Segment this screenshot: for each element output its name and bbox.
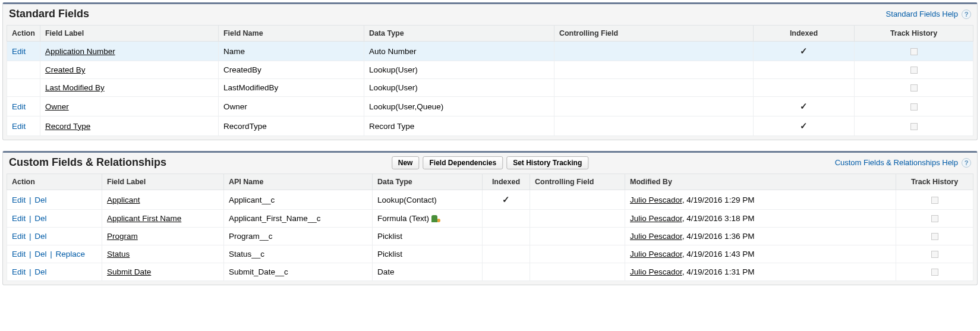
col-data-type: Data Type bbox=[364, 26, 554, 42]
cell-indexed bbox=[483, 263, 530, 281]
check-icon: ✓ bbox=[800, 101, 808, 112]
cell-action: Edit bbox=[7, 42, 40, 61]
cell-api-name: Applicant_First_Name__c bbox=[224, 210, 373, 228]
check-icon: ✓ bbox=[800, 46, 808, 56]
formula-icon bbox=[431, 215, 440, 222]
table-row: EditRecord TypeRecordTypeRecord Type✓ bbox=[7, 116, 973, 136]
cell-field-name: LastModifiedBy bbox=[218, 79, 364, 97]
field-label-link[interactable]: Program bbox=[107, 232, 138, 241]
field-label-link[interactable]: Record Type bbox=[45, 122, 90, 131]
table-row: Created ByCreatedByLookup(User) bbox=[7, 61, 973, 79]
data-type-text: Date bbox=[377, 267, 395, 276]
modified-by-link[interactable]: Julio Pescador bbox=[630, 267, 682, 276]
modified-by-link[interactable]: Julio Pescador bbox=[630, 214, 682, 223]
cell-modified-by: Julio Pescador, 4/19/2016 1:31 PM bbox=[625, 263, 896, 281]
modified-by-link[interactable]: Julio Pescador bbox=[630, 196, 682, 204]
cell-data-type: Auto Number bbox=[364, 42, 554, 61]
modified-by-link[interactable]: Julio Pescador bbox=[630, 232, 682, 241]
modified-date: , 4/19/2016 1:31 PM bbox=[682, 267, 755, 276]
cell-api-name: Applicant__c bbox=[224, 190, 373, 210]
cell-field-name: CreatedBy bbox=[218, 61, 364, 79]
checkbox-disabled bbox=[910, 103, 918, 111]
cell-action: Edit | Del bbox=[7, 190, 102, 210]
cell-indexed bbox=[483, 228, 530, 245]
checkbox-disabled bbox=[931, 269, 938, 276]
cell-data-type: Lookup(User) bbox=[364, 79, 554, 97]
custom-fields-help-link[interactable]: Custom Fields & Relationships Help bbox=[835, 158, 958, 167]
cell-field-label: Application Number bbox=[40, 42, 218, 61]
del-link[interactable]: Del bbox=[34, 250, 46, 259]
edit-link[interactable]: Edit bbox=[12, 47, 26, 56]
cell-data-type: Lookup(Contact) bbox=[373, 190, 483, 210]
field-label-link[interactable]: Application Number bbox=[45, 47, 115, 56]
del-link[interactable]: Del bbox=[34, 267, 46, 276]
cell-action: Edit | Del | Replace bbox=[7, 245, 102, 263]
field-label-link[interactable]: Owner bbox=[45, 102, 69, 111]
table-row: Edit | DelSubmit DateSubmit_Date__cDateJ… bbox=[7, 263, 973, 281]
new-button[interactable]: New bbox=[392, 156, 420, 169]
cell-action: Edit | Del bbox=[7, 263, 102, 281]
cell-data-type: Picklist bbox=[373, 245, 483, 263]
del-link[interactable]: Del bbox=[34, 196, 46, 204]
cell-action: Edit | Del bbox=[7, 210, 102, 228]
separator: | bbox=[26, 250, 34, 259]
col-track-history: Track History bbox=[896, 174, 973, 190]
table-header-row: Action Field Label Field Name Data Type … bbox=[7, 26, 973, 42]
cell-field-label: Owner bbox=[40, 97, 218, 116]
checkbox-disabled bbox=[931, 197, 938, 204]
cell-indexed: ✓ bbox=[754, 42, 855, 61]
cell-field-label: Submit Date bbox=[102, 263, 224, 281]
edit-link[interactable]: Edit bbox=[12, 267, 26, 276]
cell-api-name: Submit_Date__c bbox=[224, 263, 373, 281]
cell-controlling-field bbox=[554, 61, 753, 79]
standard-fields-help-link[interactable]: Standard Fields Help bbox=[886, 10, 958, 18]
edit-link[interactable]: Edit bbox=[12, 196, 26, 204]
cell-indexed: ✓ bbox=[483, 190, 530, 210]
cell-action: Edit | Del bbox=[7, 228, 102, 245]
field-label-link[interactable]: Applicant First Name bbox=[107, 214, 181, 223]
help-icon[interactable]: ? bbox=[962, 10, 971, 19]
table-row: Edit | Del | ReplaceStatusStatus__cPickl… bbox=[7, 245, 973, 263]
cell-controlling-field bbox=[554, 97, 753, 116]
set-history-tracking-button[interactable]: Set History Tracking bbox=[506, 156, 588, 169]
custom-fields-title: Custom Fields & Relationships bbox=[9, 156, 166, 169]
help-icon[interactable]: ? bbox=[962, 158, 971, 168]
table-row: EditApplication NumberNameAuto Number✓ bbox=[7, 42, 973, 61]
cell-track-history bbox=[896, 263, 973, 281]
checkbox-disabled bbox=[931, 251, 938, 258]
table-row: Edit | DelApplicantApplicant__cLookup(Co… bbox=[7, 190, 973, 210]
modified-date: , 4/19/2016 1:29 PM bbox=[682, 196, 755, 204]
edit-link[interactable]: Edit bbox=[12, 102, 26, 111]
col-controlling-field: Controlling Field bbox=[530, 174, 625, 190]
check-icon: ✓ bbox=[800, 121, 808, 131]
col-track-history: Track History bbox=[855, 26, 973, 42]
col-action: Action bbox=[7, 174, 102, 190]
cell-field-name: RecordType bbox=[218, 116, 364, 136]
cell-action bbox=[7, 79, 40, 97]
del-link[interactable]: Del bbox=[34, 232, 46, 241]
cell-action: Edit bbox=[7, 116, 40, 136]
edit-link[interactable]: Edit bbox=[12, 122, 26, 131]
field-label-link[interactable]: Created By bbox=[45, 65, 86, 74]
del-link[interactable]: Del bbox=[34, 214, 46, 223]
custom-fields-header: Custom Fields & Relationships New Field … bbox=[3, 153, 977, 174]
cell-data-type: Record Type bbox=[364, 116, 554, 136]
field-label-link[interactable]: Submit Date bbox=[107, 267, 151, 276]
field-label-link[interactable]: Status bbox=[107, 250, 130, 259]
field-label-link[interactable]: Last Modified By bbox=[45, 83, 105, 92]
field-label-link[interactable]: Applicant bbox=[107, 196, 140, 204]
separator: | bbox=[26, 232, 34, 241]
replace-link[interactable]: Replace bbox=[56, 250, 86, 259]
col-field-name: Field Name bbox=[218, 26, 364, 42]
cell-action: Edit bbox=[7, 97, 40, 116]
cell-field-label: Program bbox=[102, 228, 224, 245]
table-row: Edit | DelProgramProgram__cPicklistJulio… bbox=[7, 228, 973, 245]
edit-link[interactable]: Edit bbox=[12, 232, 26, 241]
modified-by-link[interactable]: Julio Pescador bbox=[630, 250, 682, 259]
cell-track-history bbox=[896, 245, 973, 263]
edit-link[interactable]: Edit bbox=[12, 250, 26, 259]
field-dependencies-button[interactable]: Field Dependencies bbox=[423, 156, 503, 169]
edit-link[interactable]: Edit bbox=[12, 214, 26, 223]
separator: | bbox=[47, 250, 56, 259]
separator: | bbox=[26, 214, 34, 223]
